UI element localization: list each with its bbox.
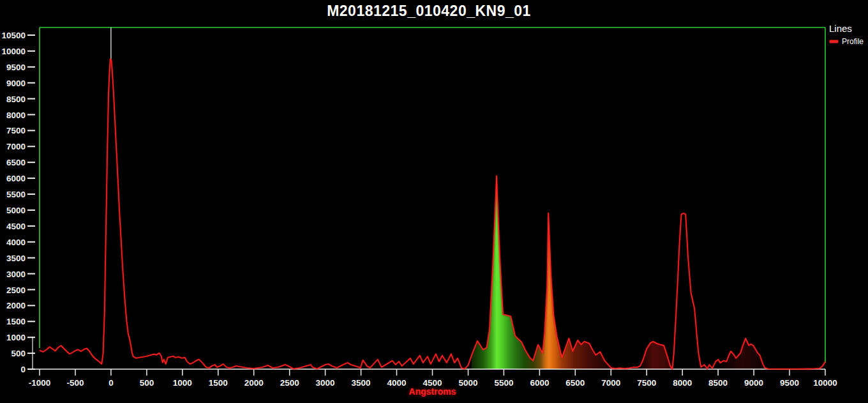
y-tick-label: 3500: [6, 254, 26, 263]
legend-entry-label: Profile: [842, 37, 864, 46]
x-axis-label: Angstroms: [40, 386, 825, 397]
y-tick-label: 2000: [6, 301, 26, 310]
legend-entry-profile: Profile: [829, 37, 864, 46]
y-tick-label: 8500: [6, 95, 26, 104]
profile-line: [40, 59, 825, 369]
plot-canvas: -1000-5000500100015002000250030003500400…: [0, 0, 868, 403]
spectrum-chart-window: -1000-5000500100015002000250030003500400…: [0, 0, 868, 403]
y-tick-label: 1000: [6, 333, 26, 342]
y-tick-label: 8000: [6, 110, 26, 120]
legend: Lines Profile: [829, 23, 864, 46]
chart-title: M20181215_010420_KN9_01: [40, 3, 818, 20]
legend-title: Lines: [829, 23, 864, 34]
y-tick-label: 5000: [6, 206, 26, 215]
y-tick-label: 1500: [6, 317, 26, 326]
y-tick-label: 4500: [6, 222, 26, 231]
y-tick-label: 5500: [6, 190, 26, 199]
y-tick-label: 6500: [6, 158, 26, 167]
y-tick-label: 500: [11, 349, 26, 358]
y-tick-label: 3000: [6, 270, 26, 279]
y-tick-label: 9000: [6, 79, 26, 88]
y-tick-label: 10000: [1, 47, 26, 56]
y-tick-label: 10500: [1, 31, 26, 40]
y-tick-label: 9500: [6, 63, 26, 72]
y-tick-label: 2500: [6, 285, 26, 295]
y-tick-label: 7500: [6, 126, 26, 135]
spectral-fill: [643, 27, 674, 369]
y-tick-label: 0: [20, 365, 26, 374]
y-tick-label: 4000: [6, 238, 26, 247]
spectral-fill: [721, 27, 767, 369]
profile-line-marker-icon: [829, 40, 839, 43]
spectral-fill: [472, 27, 615, 369]
y-tick-label: 7000: [6, 142, 26, 151]
y-tick-label: 6000: [6, 174, 26, 183]
